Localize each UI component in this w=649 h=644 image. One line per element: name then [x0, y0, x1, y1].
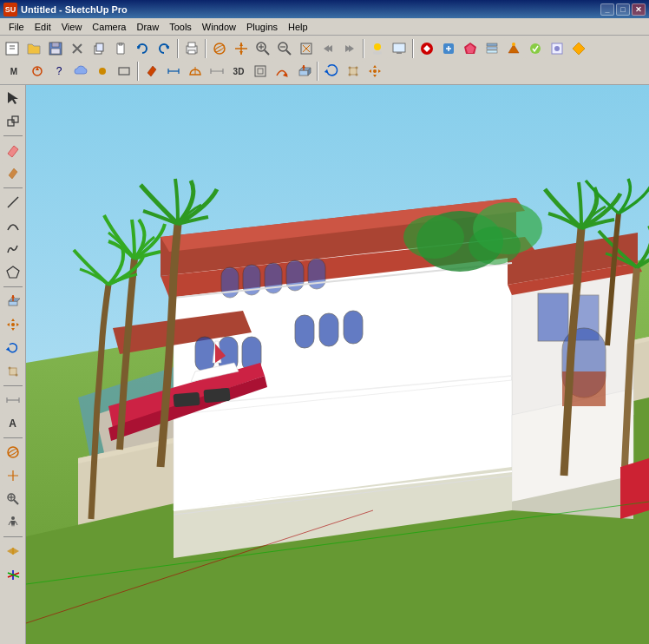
tool-cut[interactable]: [67, 38, 88, 59]
svg-rect-114: [295, 315, 314, 348]
tool-tape[interactable]: [206, 61, 227, 82]
svg-rect-72: [9, 301, 17, 306]
tool-copy[interactable]: [88, 38, 109, 59]
tool-measurements[interactable]: M: [2, 61, 26, 82]
tool-extension[interactable]: [438, 38, 459, 59]
tool-zoom-extents[interactable]: [296, 38, 317, 59]
title-text: Untitled - SketchUp Pro: [21, 4, 128, 15]
menu-camera[interactable]: Camera: [87, 20, 131, 34]
tool-offset[interactable]: [250, 61, 271, 82]
toolbar-sep-4: [412, 39, 414, 58]
tool-paint[interactable]: [141, 61, 162, 82]
lt-move[interactable]: [2, 313, 24, 336]
lt-zoom[interactable]: [2, 488, 24, 510]
tool-followme[interactable]: [272, 61, 292, 82]
tool-pan[interactable]: [231, 38, 252, 59]
lt-walkthrough[interactable]: [2, 511, 24, 534]
tool-point[interactable]: [92, 61, 113, 82]
svg-point-29: [374, 43, 381, 50]
toolbar-sep-3: [363, 39, 364, 58]
svg-marker-141: [620, 458, 649, 519]
lt-rotate[interactable]: [2, 337, 24, 359]
menu-file[interactable]: File: [3, 20, 30, 34]
tool-scenes[interactable]: [503, 38, 524, 59]
tool-style[interactable]: [525, 38, 546, 59]
tool-layers[interactable]: [482, 38, 502, 59]
svg-point-89: [11, 516, 15, 520]
tool-3d-text[interactable]: 3D: [228, 61, 249, 82]
tool-new[interactable]: [2, 38, 23, 59]
svg-point-67: [373, 69, 377, 73]
tool-ruby[interactable]: [460, 38, 481, 59]
lt-sep-4: [3, 385, 23, 386]
tool-move[interactable]: [364, 61, 385, 82]
tool-display-settings[interactable]: [389, 38, 410, 59]
lt-tape-measure[interactable]: [2, 389, 24, 411]
menu-help[interactable]: Help: [283, 20, 313, 34]
svg-rect-32: [397, 52, 402, 54]
tool-dynamic-components[interactable]: [568, 38, 589, 59]
lt-freehand[interactable]: [2, 238, 24, 260]
maximize-button[interactable]: □: [616, 3, 630, 16]
menu-edit[interactable]: Edit: [30, 20, 56, 34]
tool-shadow[interactable]: [367, 38, 388, 59]
svg-point-40: [512, 43, 515, 46]
menu-draw[interactable]: Draw: [131, 20, 164, 34]
svg-marker-15: [239, 43, 243, 46]
lt-orbit[interactable]: [2, 441, 24, 463]
lt-polygon[interactable]: [2, 261, 24, 284]
tool-dimension[interactable]: [163, 61, 184, 82]
tool-component-options[interactable]: [547, 38, 567, 59]
svg-rect-37: [487, 43, 497, 46]
minimize-button[interactable]: _: [600, 3, 614, 16]
svg-rect-5: [51, 49, 60, 54]
lt-scale[interactable]: [2, 360, 24, 383]
tool-undo[interactable]: [132, 38, 153, 59]
tool-zoom[interactable]: [252, 38, 273, 59]
menu-tools[interactable]: Tools: [164, 20, 197, 34]
tool-rotate[interactable]: [27, 61, 48, 82]
close-button[interactable]: ✕: [632, 3, 646, 16]
menu-view[interactable]: View: [56, 20, 88, 34]
svg-point-41: [530, 43, 541, 54]
tool-pushpull[interactable]: [293, 61, 314, 82]
tool-print[interactable]: [181, 38, 202, 59]
lt-section-plane[interactable]: [2, 540, 24, 562]
tool-save[interactable]: [45, 38, 66, 59]
lt-pushpull[interactable]: [2, 290, 24, 312]
lt-axes[interactable]: [2, 563, 24, 586]
lt-sep-3: [3, 286, 23, 287]
lt-pan[interactable]: [2, 464, 24, 487]
tool-zoom-window[interactable]: [274, 38, 295, 59]
lt-eraser[interactable]: [2, 139, 24, 161]
svg-marker-60: [302, 65, 305, 68]
svg-point-136: [403, 215, 464, 259]
tool-open[interactable]: [23, 38, 44, 59]
tool-redo[interactable]: [154, 38, 174, 59]
tool-cloud[interactable]: [70, 61, 91, 82]
tool-orbit[interactable]: [209, 38, 230, 59]
tool-rectangle-tools[interactable]: [114, 61, 134, 82]
lt-paint-bucket[interactable]: [2, 162, 24, 185]
lt-line[interactable]: [2, 191, 24, 214]
tool-paste[interactable]: [110, 38, 131, 59]
lt-sep-1: [3, 135, 23, 136]
svg-line-70: [8, 197, 18, 207]
lt-text[interactable]: A: [2, 412, 24, 435]
svg-rect-122: [538, 293, 568, 341]
tool-protractor[interactable]: [185, 61, 206, 82]
tool-rotate2[interactable]: [321, 61, 342, 82]
tool-help[interactable]: ?: [49, 61, 69, 82]
lt-arc[interactable]: [2, 214, 24, 237]
tool-previous-view[interactable]: [318, 38, 338, 59]
lt-component[interactable]: [2, 110, 24, 133]
tool-scale[interactable]: [343, 61, 364, 82]
lt-select[interactable]: [2, 87, 24, 109]
window-controls[interactable]: _ □ ✕: [600, 3, 646, 16]
scene-viewport[interactable]: [26, 85, 649, 644]
menu-plugins[interactable]: Plugins: [241, 20, 283, 34]
tool-next-view[interactable]: [339, 38, 360, 59]
viewport-canvas[interactable]: [26, 85, 649, 644]
menu-window[interactable]: Window: [197, 20, 241, 34]
tool-3dwarehouse[interactable]: [416, 38, 437, 59]
